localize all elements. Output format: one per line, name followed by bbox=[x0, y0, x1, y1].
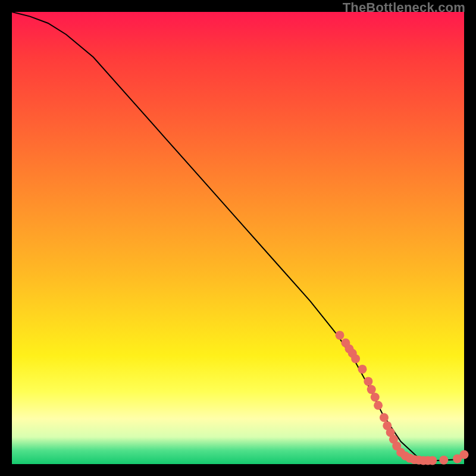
marker-dot bbox=[439, 456, 448, 465]
marker-dot bbox=[460, 450, 469, 459]
marker-dot bbox=[380, 413, 389, 422]
marker-group bbox=[336, 331, 469, 465]
marker-dot bbox=[428, 456, 437, 465]
marker-dot bbox=[367, 385, 376, 394]
marker-dot bbox=[358, 365, 367, 374]
chart-svg bbox=[12, 12, 464, 464]
marker-dot bbox=[371, 393, 380, 402]
curve-line bbox=[12, 12, 464, 461]
marker-dot bbox=[351, 354, 360, 363]
marker-dot bbox=[336, 331, 345, 340]
marker-dot bbox=[364, 377, 372, 386]
watermark-text: TheBottleneck.com bbox=[343, 0, 465, 15]
marker-dot bbox=[374, 401, 383, 410]
chart-frame: TheBottleneck.com bbox=[0, 0, 476, 476]
